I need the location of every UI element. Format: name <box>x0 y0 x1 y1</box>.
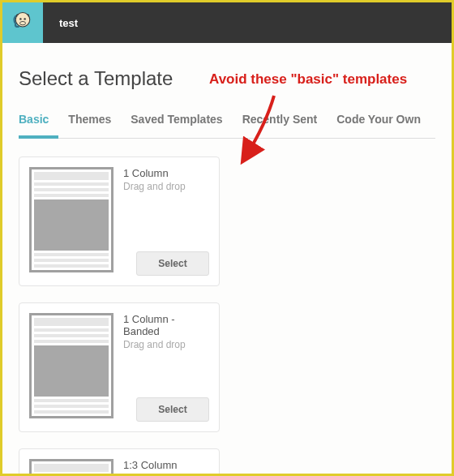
template-thumbnail <box>29 459 114 476</box>
mailchimp-icon <box>11 10 34 36</box>
template-desc: Drag and drop <box>123 181 209 192</box>
template-desc: Drag and drop <box>123 473 209 476</box>
logo-box[interactable] <box>2 2 43 43</box>
tab-saved-templates[interactable]: Saved Templates <box>121 113 232 139</box>
template-tabs: Basic Themes Saved Templates Recently Se… <box>19 113 435 139</box>
tab-themes[interactable]: Themes <box>58 113 121 139</box>
select-button[interactable]: Select <box>136 251 209 276</box>
template-card: 1:3 Column Drag and drop Select <box>19 448 220 476</box>
template-thumbnail <box>29 167 114 272</box>
annotation-text: Avoid these "basic" templates <box>209 71 407 88</box>
svg-point-3 <box>20 21 26 24</box>
template-name: 1 Column - Banded <box>123 313 209 337</box>
template-card: 1 Column Drag and drop Select <box>19 157 220 286</box>
top-bar: test <box>2 2 452 43</box>
template-thumbnail <box>29 313 114 418</box>
template-name: 1 Column <box>123 167 209 179</box>
brand-label: test <box>59 17 78 29</box>
tab-recently-sent[interactable]: Recently Sent <box>233 113 328 139</box>
svg-point-2 <box>24 18 25 19</box>
template-desc: Drag and drop <box>123 339 209 350</box>
select-button[interactable]: Select <box>136 397 209 422</box>
tab-code-your-own[interactable]: Code Your Own <box>327 113 430 139</box>
content-area: Select a Template Basic Themes Saved Tem… <box>2 43 452 476</box>
svg-point-1 <box>19 18 21 19</box>
tab-basic[interactable]: Basic <box>19 113 58 139</box>
template-name: 1:3 Column <box>123 459 209 471</box>
template-card: 1 Column - Banded Drag and drop Select <box>19 302 220 432</box>
template-grid: 1 Column Drag and drop Select 1 Column -… <box>19 157 435 476</box>
